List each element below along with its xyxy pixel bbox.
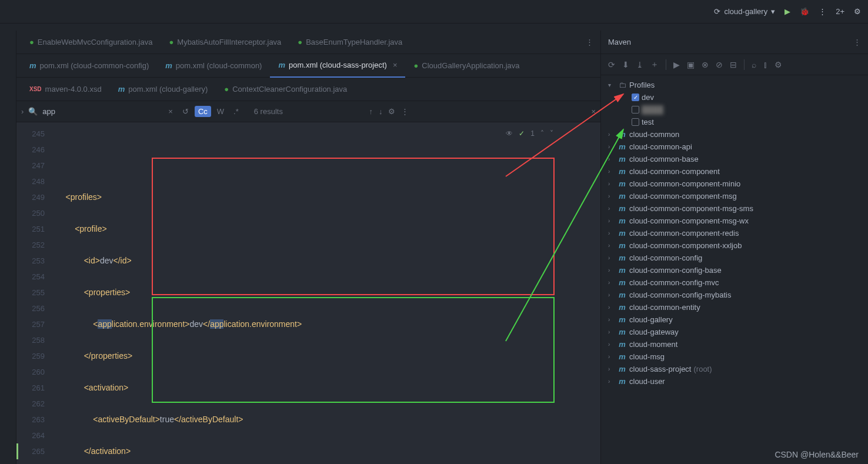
maven-module[interactable]: ›mcloud-moment — [601, 338, 868, 350]
reload-icon[interactable]: ⟳ — [608, 60, 615, 69]
maven-icon: m — [118, 85, 125, 94]
more-actions-icon[interactable]: ⋮ — [819, 7, 826, 16]
maven-module[interactable]: ›mcloud-msg — [601, 350, 868, 363]
prev-match-icon[interactable]: ↑ — [369, 107, 373, 116]
maven-module-root[interactable]: › m cloud-sass-project (root) — [601, 363, 868, 375]
settings-icon[interactable]: ⚙ — [774, 60, 782, 69]
tab-enablewebmvcconfiguration[interactable]: ●EnableWebMvcConfiguration.java — [21, 31, 161, 54]
maven-icon: m — [617, 266, 627, 275]
maven-module[interactable]: ›mcloud-common-component-xxljob — [601, 239, 868, 252]
maven-icon: m — [617, 352, 627, 361]
maven-icon: m — [617, 303, 627, 312]
ide-settings-icon[interactable]: ⚙ — [854, 7, 861, 16]
maven-module[interactable]: ›mcloud-common-config-mybatis — [601, 289, 868, 301]
maven-module[interactable]: ›mcloud-gateway — [601, 326, 868, 338]
maven-module[interactable]: ›mcloud-common-component-msg — [601, 190, 868, 202]
tab-cloudgalleryapplication[interactable]: ●CloudGalleryApplication.java — [405, 54, 528, 78]
skip-tests-icon[interactable]: ⊘ — [716, 60, 723, 69]
inspection-widget[interactable]: 👁 ✓1 ˄ ˅ — [506, 126, 553, 142]
debug-icon[interactable]: 🐞 — [800, 7, 809, 16]
close-search-icon[interactable]: × — [591, 107, 596, 116]
maven-module[interactable]: ›mcloud-common — [601, 128, 868, 141]
expand-replace-icon[interactable]: › — [21, 107, 24, 116]
maven-module[interactable]: ›mcloud-common-component-msg-wx — [601, 215, 868, 227]
toggle-offline-icon[interactable]: ⊗ — [702, 60, 709, 69]
more-search-icon[interactable]: ⋮ — [401, 107, 409, 116]
tab-pom-cloud-common-config[interactable]: mpom.xml (cloud-common-config) — [21, 54, 157, 78]
search-input[interactable] — [42, 107, 160, 116]
profiles-node[interactable]: ▾ 🗀 Profiles — [601, 79, 868, 91]
maven-module[interactable]: ›mcloud-common-config — [601, 252, 868, 264]
maven-module[interactable]: › m cloud-user — [601, 375, 868, 388]
generate-sources-icon[interactable]: ⬇ — [622, 60, 629, 69]
chevron-right-icon: › — [608, 230, 615, 236]
maven-header: Maven ⋮ — [601, 31, 868, 54]
maven-module[interactable]: ›mcloud-common-entity — [601, 301, 868, 313]
analyze-icon[interactable]: ⫿ — [763, 60, 767, 69]
chevron-right-icon: › — [608, 304, 615, 311]
profile-hidden[interactable]: ████ — [601, 104, 868, 116]
check-icon: ✓ — [519, 126, 525, 142]
match-case-toggle[interactable]: Cc — [195, 106, 211, 117]
maven-module[interactable]: ›mcloud-common-component-redis — [601, 227, 868, 239]
tab-maven-xsd[interactable]: XSDmaven-4.0.0.xsd — [21, 78, 110, 101]
maven-module[interactable]: ›mcloud-common-component-minio — [601, 178, 868, 190]
maven-module[interactable]: ›mcloud-common-api — [601, 141, 868, 153]
tab-pom-cloud-gallery[interactable]: mpom.xml (cloud-gallery) — [110, 78, 216, 101]
maven-module[interactable]: ›mcloud-common-config-mvc — [601, 276, 868, 289]
regex-toggle[interactable]: .* — [230, 106, 242, 117]
close-icon[interactable]: × — [393, 61, 398, 69]
tab-pom-cloud-sass-project[interactable]: mpom.xml (cloud-sass-project)× — [270, 54, 405, 78]
up-icon[interactable]: ˄ — [540, 126, 544, 142]
download-icon[interactable]: ⤓ — [636, 60, 643, 69]
chevron-right-icon: › — [608, 131, 615, 138]
class-icon: ● — [298, 38, 302, 46]
tab-mybatisautofillinterceptor[interactable]: ●MybatisAutoFillInterceptor.java — [161, 31, 289, 54]
profile-dev[interactable]: ✓ dev — [601, 91, 868, 104]
maven-module[interactable]: ›mcloud-common-base — [601, 153, 868, 165]
chevron-right-icon: › — [608, 205, 615, 212]
maven-icon: m — [29, 61, 36, 70]
run-config-label: cloud-gallery — [724, 7, 767, 16]
words-toggle[interactable]: W — [213, 106, 228, 117]
maven-icon: m — [617, 291, 627, 299]
editor-panel: ●EnableWebMvcConfiguration.java ●Mybatis… — [16, 31, 600, 464]
minimap-scrollbar[interactable] — [565, 122, 600, 464]
maven-module[interactable]: ›mcloud-common-config-base — [601, 264, 868, 276]
show-dependencies-icon[interactable]: ⌕ — [752, 60, 756, 69]
chevron-down-icon: ▾ — [771, 7, 775, 16]
clear-search-icon[interactable]: × — [165, 106, 176, 117]
add-icon[interactable]: ＋ — [650, 59, 659, 70]
next-match-icon[interactable]: ↓ — [379, 107, 383, 116]
maven-more-icon[interactable]: ⋮ — [853, 38, 861, 46]
checkbox[interactable] — [632, 106, 639, 114]
run-icon[interactable]: ▶ — [784, 7, 790, 16]
run-configuration-selector[interactable]: ⟳ cloud-gallery ▾ — [714, 7, 775, 16]
maven-icon: m — [617, 340, 627, 349]
tab-contextcleanerconfiguration[interactable]: ●ContextCleanerConfiguration.java — [216, 78, 355, 101]
chevron-right-icon: › — [608, 292, 615, 298]
maven-toolbar: ⟳ ⬇ ⤓ ＋ ▶ ▣ ⊗ ⊘ ⊟ ⌕ ⫿ ⚙ — [601, 54, 868, 75]
tab-baseenumtypehandler[interactable]: ●BaseEnumTypeHandler.java — [289, 31, 410, 54]
run-maven-icon[interactable]: ▶ — [673, 60, 680, 69]
down-icon[interactable]: ˅ — [550, 126, 553, 142]
eye-off-icon[interactable]: 👁 — [506, 126, 513, 142]
notifications-badge[interactable]: 2+ — [836, 7, 844, 16]
tab-pom-cloud-common[interactable]: mpom.xml (cloud-common) — [157, 54, 270, 78]
code-content[interactable]: 👁 ✓1 ˄ ˅ <profiles> <profile> <id>dev</i… — [52, 122, 565, 464]
filter-icon[interactable]: ⚙ — [388, 107, 395, 116]
tab-overflow-icon[interactable]: ⋮ — [579, 38, 600, 46]
chevron-right-icon: › — [608, 378, 615, 385]
editor-body[interactable]: 245 246 247 248 249 250 251 252 253 254 … — [16, 122, 600, 464]
run-config-icon: ⟳ — [714, 7, 720, 16]
history-icon[interactable]: ↺ — [179, 106, 192, 117]
class-icon: ● — [224, 85, 229, 94]
checkbox-checked[interactable]: ✓ — [632, 94, 639, 101]
checkbox[interactable] — [632, 118, 639, 126]
execute-icon[interactable]: ▣ — [687, 60, 695, 69]
collapse-icon[interactable]: ⊟ — [730, 60, 737, 69]
maven-module[interactable]: ›mcloud-gallery — [601, 313, 868, 326]
maven-module[interactable]: ›mcloud-common-component-msg-sms — [601, 202, 868, 215]
profile-test[interactable]: test — [601, 116, 868, 128]
maven-module[interactable]: ›mcloud-common-component — [601, 165, 868, 178]
